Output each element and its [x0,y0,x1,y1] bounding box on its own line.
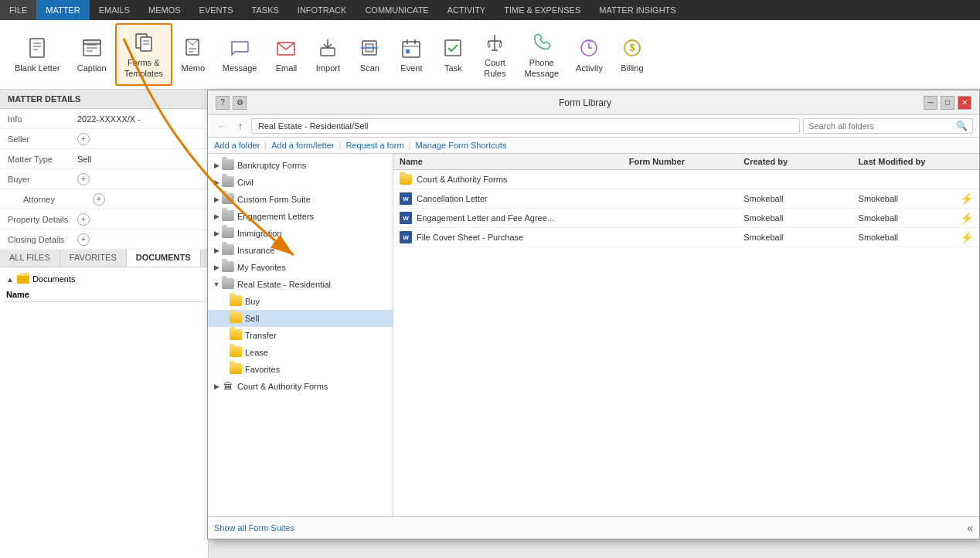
ribbon-memo[interactable]: Memo [172,23,214,86]
tab-documents[interactable]: DOCUMENTS [127,250,201,267]
search-input[interactable] [808,121,956,131]
memo-icon [181,36,206,60]
billing-label: Billing [621,63,643,73]
tree-item-court-authority[interactable]: ▶ 🏛 Court & Authority Forms [208,378,393,395]
tree-item-lease[interactable]: Lease [208,344,393,361]
breadcrumb-text: Real Estate - Residential/Sell [258,121,368,131]
ribbon-court-rules[interactable]: CourtRules [474,23,516,86]
tree-item-engagement[interactable]: ▶ Engagement Letters [208,208,393,225]
ribbon-phone-message[interactable]: PhoneMessage [516,23,567,86]
tree-toggle-real-estate: ▼ [211,279,222,290]
tab-favorites[interactable]: FAVORITES [60,250,127,267]
row-created-3: Smokeball [744,233,858,242]
nav-file[interactable]: FILE [0,0,36,20]
ribbon-email[interactable]: Email [265,23,307,86]
tree-item-insurance[interactable]: ▶ Insurance [208,242,393,259]
nav-activity[interactable]: ACTIVITY [438,0,495,20]
tree-item-buy[interactable]: Buy [208,293,393,310]
ribbon-scan[interactable]: Scan [349,23,390,86]
tree-item-my-favorites[interactable]: ▶ My Favorites [208,259,393,276]
table-row[interactable]: W Engagement Letter and Fee Agree... Smo… [393,209,979,228]
nav-emails[interactable]: EMAILS [90,0,139,20]
ribbon-activity[interactable]: Activity [567,23,611,86]
court-forms-folder-icon [400,173,412,185]
settings-button[interactable]: ⚙ [233,96,247,110]
tree-item-civil[interactable]: ▶ Civil [208,174,393,191]
lightning-icon-2[interactable]: ⚡ [960,212,973,224]
close-button[interactable]: ✕ [958,96,971,110]
content-rows: Court & Authority Forms W Cancellation L… [393,170,979,516]
attorney-add-button[interactable]: + [93,193,105,206]
row-created-2: Smokeball [744,213,858,223]
ribbon-message[interactable]: Message [214,23,266,86]
table-row[interactable]: Court & Authority Forms [393,170,979,189]
tree-panel: ▶ Bankruptcy Forms ▶ Civil ▶ Cu [208,154,393,516]
row-name-file-cover: W File Cover Sheet - Purchase [400,231,629,243]
add-form-link[interactable]: Add a form/letter [271,141,334,150]
email-label: Email [276,63,298,73]
ribbon-task[interactable]: Task [432,23,474,86]
tree-item-custom-form[interactable]: ▶ Custom Form Suite [208,191,393,208]
add-folder-link[interactable]: Add a folder [214,141,260,150]
show-all-form-suites-link[interactable]: Show all Form Suites [214,523,294,532]
tree-item-real-estate[interactable]: ▼ Real Estate - Residential [208,276,393,293]
ribbon-blank-letter[interactable]: Blank Letter [6,23,69,86]
tree-item-sell[interactable]: Sell [208,310,393,327]
ribbon-import[interactable]: Import [307,23,349,86]
minimize-button[interactable]: ─ [924,96,937,110]
folder-icon-favorites [222,261,234,274]
buyer-add-button[interactable]: + [77,173,90,185]
nav-memos[interactable]: MEMOS [139,0,190,20]
tree-item-transfer[interactable]: Transfer [208,327,393,344]
tab-all-files[interactable]: ALL FILES [0,250,60,267]
collapse-button[interactable]: « [967,522,973,534]
tree-label-immigration: Immigration [237,229,281,238]
seller-add-button[interactable]: + [77,133,90,145]
tree-toggle-custom: ▶ [211,194,222,205]
manage-shortcuts-link[interactable]: Manage Form Shortcuts [415,141,506,150]
ribbon-event[interactable]: Event [390,23,432,86]
request-form-link[interactable]: Request a form [345,141,403,150]
folder-icon-favorites-sub [230,363,242,376]
tree-label-real-estate: Real Estate - Residential [237,280,331,289]
form-library-modal: ? ⚙ Form Library ─ □ ✕ ← ↑ Real Estate -… [207,90,980,539]
folder-icon-court: 🏛 [222,380,234,393]
up-button[interactable]: ↑ [233,118,248,134]
blank-letter-label: Blank Letter [15,63,60,73]
lightning-icon-3[interactable]: ⚡ [960,231,973,243]
lightning-icon-1[interactable]: ⚡ [960,192,973,205]
word-icon-cancellation: W [400,192,412,205]
task-label: Task [444,63,462,73]
modal-title: Form Library [247,97,924,108]
scan-icon [357,36,382,60]
table-row[interactable]: W Cancellation Letter Smokeball Smokebal… [393,189,979,209]
maximize-button[interactable]: □ [941,96,954,110]
nav-tasks[interactable]: TASKS [243,0,288,20]
nav-time-expenses[interactable]: TIME & EXPENSES [495,0,590,20]
breadcrumb-bar: Real Estate - Residential/Sell [251,118,800,134]
left-panel: MATTER DETAILS Info 2022-XXXXX/X - Selle… [0,90,209,558]
nav-matter[interactable]: MATTER [36,0,89,20]
nav-infotrack[interactable]: INFOTRACK [288,0,356,20]
documents-folder[interactable]: ▲ Documents [3,270,205,288]
closing-add-button[interactable]: + [77,233,90,246]
nav-events[interactable]: EVENTS [190,0,243,20]
ribbon-billing[interactable]: $ Billing [611,23,653,86]
forms-templates-icon [131,30,156,55]
tree-item-immigration[interactable]: ▶ Immigration [208,225,393,242]
nav-matter-insights[interactable]: MATTER INSIGHTS [590,0,685,20]
ribbon-caption[interactable]: Caption [69,23,115,86]
table-row[interactable]: W File Cover Sheet - Purchase Smokeball … [393,228,979,247]
caption-icon [80,36,104,60]
tree-item-favorites-sub[interactable]: Favorites [208,361,393,378]
nav-communicate[interactable]: COMMUNICATE [356,0,437,20]
tree-item-bankruptcy[interactable]: ▶ Bankruptcy Forms [208,157,393,174]
phone-message-label: PhoneMessage [524,58,559,78]
help-button[interactable]: ? [216,96,230,110]
sep3: | [409,141,411,150]
sep1: | [264,141,267,150]
ribbon-forms-templates[interactable]: Forms &Templates [115,23,172,86]
tree-label-engagement: Engagement Letters [237,212,314,221]
property-add-button[interactable]: + [77,213,90,226]
back-button[interactable]: ← [214,118,230,134]
